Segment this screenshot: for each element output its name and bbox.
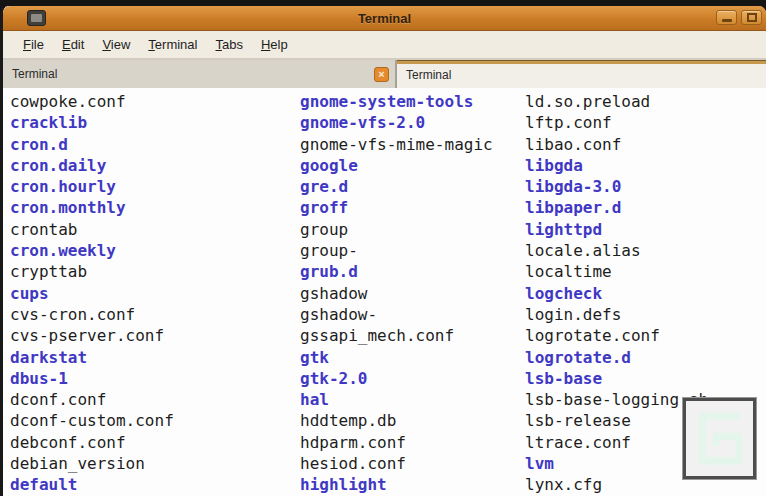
dir-entry: libgda-3.0 <box>525 176 708 197</box>
dir-entry: libpaper.d <box>525 197 708 218</box>
dir-entry: logrotate.d <box>525 347 708 368</box>
file-entry: debconf.conf <box>10 432 174 453</box>
file-entry: gshadow- <box>300 304 493 325</box>
file-column-3: ld.so.preloadlftp.conflibao.conflibgdali… <box>525 91 708 496</box>
menubar: FileEditViewTerminalTabsHelp <box>3 31 766 60</box>
file-entry: logrotate.conf <box>525 325 708 346</box>
dir-entry: lsb-base <box>525 368 708 389</box>
file-entry: dconf.conf <box>10 389 174 410</box>
window-title: Terminal <box>358 11 411 26</box>
dir-entry: lvm <box>525 453 708 474</box>
dir-entry: libgda <box>525 155 708 176</box>
file-entry: ltrace.conf <box>525 432 708 453</box>
dir-entry: gtk-2.0 <box>300 368 493 389</box>
dir-entry: cron.monthly <box>10 197 174 218</box>
minimize-icon <box>722 19 732 22</box>
file-entry: lftp.conf <box>525 112 708 133</box>
dir-entry: cups <box>10 283 174 304</box>
dir-entry: logcheck <box>525 283 708 304</box>
menu-item-tabs[interactable]: Tabs <box>206 33 251 56</box>
file-entry: hesiod.conf <box>300 453 493 474</box>
titlebar[interactable]: Terminal <box>3 6 766 31</box>
dir-entry: grub.d <box>300 261 493 282</box>
menu-item-view[interactable]: View <box>93 33 139 56</box>
dir-entry: dbus-1 <box>10 368 174 389</box>
menu-item-edit[interactable]: Edit <box>53 33 93 56</box>
terminal-icon-screen <box>31 14 42 22</box>
dir-entry: google <box>300 155 493 176</box>
dir-entry: cron.d <box>10 134 174 155</box>
dir-entry: lighttpd <box>525 219 708 240</box>
maximize-button[interactable] <box>741 10 762 25</box>
tab-label: Terminal <box>3 67 57 81</box>
tab-terminal-1[interactable]: Terminal× <box>3 60 397 88</box>
file-entry: lsb-release <box>525 410 708 431</box>
terminal-output[interactable]: cowpoke.confcracklibcron.dcron.dailycron… <box>3 88 766 496</box>
dir-entry: cron.daily <box>10 155 174 176</box>
file-entry: gshadow <box>300 283 493 304</box>
dir-entry: hal <box>300 389 493 410</box>
dir-entry: cron.hourly <box>10 176 174 197</box>
dir-entry: cracklib <box>10 112 174 133</box>
tab-close-button[interactable]: × <box>374 67 389 82</box>
maximize-icon <box>747 13 757 22</box>
minimize-button[interactable] <box>716 10 737 25</box>
file-entry: login.defs <box>525 304 708 325</box>
dir-entry: groff <box>300 197 493 218</box>
file-entry: cvs-pserver.conf <box>10 325 174 346</box>
tabbar: Terminal×Terminal <box>3 60 766 88</box>
file-entry: libao.conf <box>525 134 708 155</box>
file-entry: gnome-vfs-mime-magic <box>300 134 493 155</box>
terminal-window-icon[interactable] <box>27 10 46 26</box>
file-entry: cowpoke.conf <box>10 91 174 112</box>
file-entry: localtime <box>525 261 708 282</box>
dir-entry: gre.d <box>300 176 493 197</box>
g-logo <box>683 398 756 479</box>
file-column-1: cowpoke.confcracklibcron.dcron.dailycron… <box>10 91 174 496</box>
file-entry: lynx.cfg <box>525 474 708 495</box>
close-icon: × <box>378 69 384 80</box>
file-entry: gssapi_mech.conf <box>300 325 493 346</box>
dir-entry: default <box>10 474 174 495</box>
dir-entry: gnome-vfs-2.0 <box>300 112 493 133</box>
dir-entry: cron.weekly <box>10 240 174 261</box>
menu-item-file[interactable]: File <box>14 33 53 56</box>
file-entry: group- <box>300 240 493 261</box>
dir-entry: gnome-system-tools <box>300 91 493 112</box>
file-column-2: gnome-system-toolsgnome-vfs-2.0gnome-vfs… <box>300 91 493 496</box>
file-entry: hdparm.conf <box>300 432 493 453</box>
menu-item-terminal[interactable]: Terminal <box>139 33 206 56</box>
file-entry: lsb-base-logging.sh <box>525 389 708 410</box>
file-entry: cvs-cron.conf <box>10 304 174 325</box>
file-entry: debian_version <box>10 453 174 474</box>
g-logo-icon <box>690 405 749 472</box>
terminal-window: Terminal FileEditViewTerminalTabsHelp Te… <box>0 6 766 496</box>
file-entry: locale.alias <box>525 240 708 261</box>
file-entry: crypttab <box>10 261 174 282</box>
menu-item-help[interactable]: Help <box>252 33 297 56</box>
dir-entry: highlight <box>300 474 493 495</box>
file-entry: dconf-custom.conf <box>10 410 174 431</box>
dir-entry: gtk <box>300 347 493 368</box>
file-entry: group <box>300 219 493 240</box>
file-entry: hddtemp.db <box>300 410 493 431</box>
file-entry: ld.so.preload <box>525 91 708 112</box>
tab-terminal-2[interactable]: Terminal <box>397 60 766 88</box>
screen: Terminal FileEditViewTerminalTabsHelp Te… <box>0 0 766 496</box>
dir-entry: darkstat <box>10 347 174 368</box>
file-entry: crontab <box>10 219 174 240</box>
tab-label: Terminal <box>397 68 451 82</box>
